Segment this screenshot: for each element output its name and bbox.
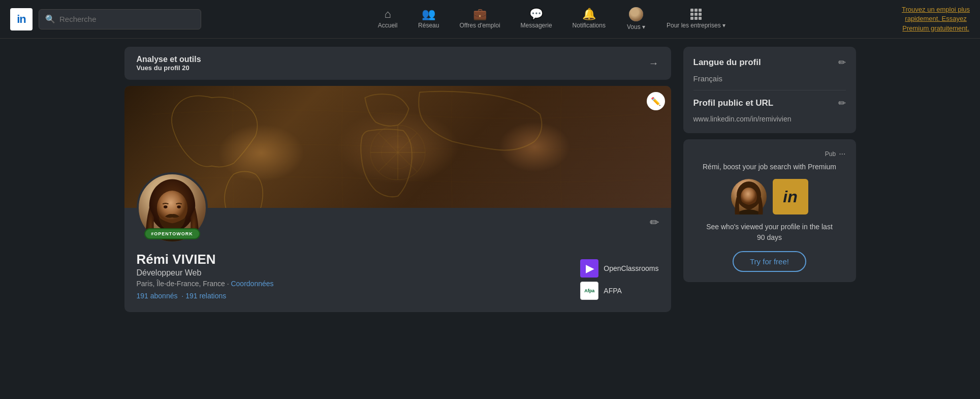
more-options-button[interactable]: ··· [839,149,845,159]
langue-url-divider [693,90,846,90]
langue-url-card: Langue du profil ✏ Français Profil publi… [683,47,856,133]
url-title: Profil public et URL [693,98,774,108]
nav-label-reseau: Réseau [418,22,439,29]
premium-linkedin-logo: in [773,179,808,214]
connections-count: 191 relations [185,292,226,300]
url-header: Profil public et URL ✏ [693,98,846,109]
open-to-work-badge: #OPENTOWORK [144,228,200,239]
analytics-arrow[interactable]: → [649,57,659,69]
url-edit-button[interactable]: ✏ [838,98,846,109]
nav-item-notifications[interactable]: 🔔 Notifications [562,0,616,39]
linkedin-logo[interactable]: in [10,8,33,30]
svg-point-10 [177,205,181,208]
analytics-title: Analyse et outils [137,55,201,64]
nav-item-offres[interactable]: 💼 Offres d'emploi [449,0,510,39]
profile-card: ✏️ [124,86,671,312]
profile-edit-button[interactable]: ✏ [650,216,659,229]
premium-line1: Trouvez un emploi plus [902,5,970,14]
home-icon: ⌂ [384,9,391,20]
premium-avatar [731,179,767,214]
location-text: Paris, Île-de-France, France [137,280,225,288]
premium-in-text: in [783,188,797,206]
nav-item-enterprises[interactable]: Pour les entreprises ▾ [656,0,736,39]
langue-title: Langue du profil [693,57,761,68]
search-bar[interactable]: 🔍 [39,9,201,29]
avatar-wrap: #OPENTOWORK [137,172,208,243]
openclassrooms-logo: ▶ [580,259,598,278]
top-navigation: in 🔍 ⌂ Accueil 👥 Réseau 💼 Offres d'emplo… [0,0,980,39]
premium-banner[interactable]: Trouvez un emploi plus rapidement. Essay… [902,5,970,33]
main-content: Analyse et outils Vues du profil 20 → [84,39,897,320]
companies-list: ▶ OpenClassrooms Afpa AFPA [580,259,658,300]
nav-label-messagerie: Messagerie [521,22,552,29]
langue-header: Langue du profil ✏ [693,57,846,68]
nav-item-reseau[interactable]: 👥 Réseau [408,0,449,39]
analytics-subtitle: Vues du profil 20 [137,64,201,72]
notifications-icon: 🔔 [582,9,596,20]
nav-item-accueil[interactable]: ⌂ Accueil [367,0,408,39]
network-icon: 👥 [422,9,435,20]
afpa-logo: Afpa [580,282,598,300]
premium-desc-line2: 90 days [757,233,782,241]
pub-row: Pub ··· [693,149,846,159]
avatar [629,7,643,21]
premium-desc: See who's viewed your profile in the las… [693,222,846,243]
premium-line3: Premium gratuitement. [902,24,970,33]
try-free-button[interactable]: Try for free! [733,251,806,272]
openclassrooms-name: OpenClassrooms [604,264,658,272]
nav-item-messagerie[interactable]: 💬 Messagerie [511,0,562,39]
langue-value: Français [693,74,846,83]
nav-label-enterprises: Pour les entreprises ▾ [667,22,725,29]
premium-avatars: in [693,179,846,214]
search-icon: 🔍 [45,14,55,24]
grid-icon [690,9,702,20]
premium-line2: rapidement. Essayez [902,14,970,23]
premium-card: Pub ··· Rémi, boost your job search with… [683,139,856,282]
profile-body: #OPENTOWORK ✏ Rémi VIVIEN Développeur We… [124,208,671,312]
nav-label-offres: Offres d'emploi [459,22,500,29]
nav-item-vous[interactable]: Vous ▾ [616,0,656,39]
cover-edit-button[interactable]: ✏️ [647,92,665,110]
nav-label-notifications: Notifications [573,22,606,29]
company-item-openclassrooms[interactable]: ▶ OpenClassrooms [580,259,658,278]
premium-promo-text: Rémi, boost your job search with Premium [693,163,846,171]
nav-label-accueil: Accueil [378,22,398,29]
nav-right: Trouvez un emploi plus rapidement. Essay… [902,5,970,33]
messaging-icon: 💬 [529,9,543,20]
url-value: www.linkedin.com/in/remivivien [693,115,846,123]
analytics-text: Analyse et outils Vues du profil 20 [137,55,201,72]
langue-edit-button[interactable]: ✏ [838,57,846,68]
pub-label: Pub [825,150,836,158]
nav-left: in 🔍 [10,8,201,30]
jobs-icon: 💼 [473,9,487,20]
afpa-name: AFPA [604,287,622,295]
premium-avatar-svg [731,179,767,214]
followers-count: 191 abonnés [137,292,178,300]
analytics-subtitle-prefix: Vues du profil [137,64,182,72]
analytics-views: 20 [182,64,189,72]
premium-desc-line1: See who's viewed your profile in the las… [706,223,833,231]
company-item-afpa[interactable]: Afpa AFPA [580,282,658,300]
avatar-image [629,7,643,21]
analytics-card: Analyse et outils Vues du profil 20 → [124,47,671,80]
nav-center: ⌂ Accueil 👥 Réseau 💼 Offres d'emploi 💬 M… [367,0,736,39]
nav-label-vous: Vous ▾ [627,23,645,30]
right-panel: Langue du profil ✏ Français Profil publi… [683,47,856,312]
coordonnees-link[interactable]: Coordonnées [231,280,273,288]
search-input[interactable] [59,15,195,23]
svg-point-9 [164,205,168,208]
left-panel: Analyse et outils Vues du profil 20 → [124,47,671,312]
